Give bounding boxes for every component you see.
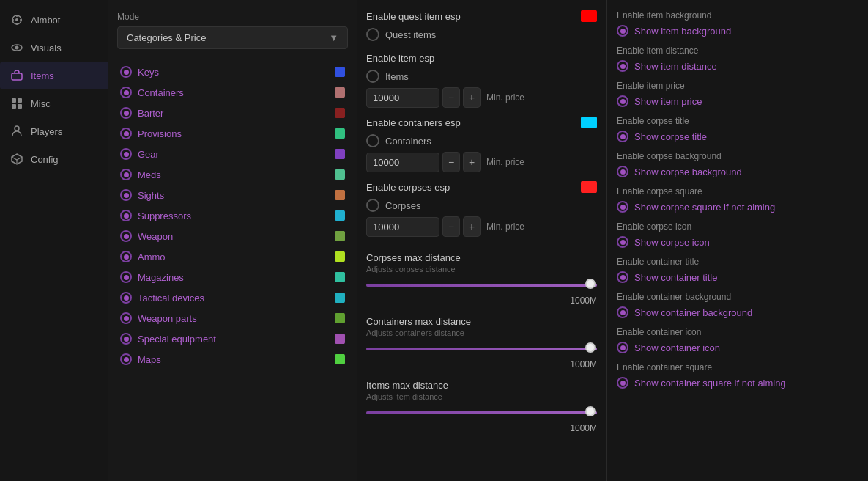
containers-distance-slider[interactable]	[366, 342, 597, 356]
category-color-swatch[interactable]	[335, 313, 345, 323]
item-toggle[interactable]	[366, 70, 379, 83]
containers-price-input[interactable]	[366, 153, 439, 172]
category-item[interactable]: Tactical devices	[117, 288, 348, 307]
category-item[interactable]: Ammo	[117, 247, 348, 266]
category-item[interactable]: Sights	[117, 186, 348, 205]
right-radio-btn[interactable]	[617, 131, 628, 142]
category-radio[interactable]	[120, 251, 132, 262]
right-radio-btn[interactable]	[617, 342, 628, 353]
item-price-input[interactable]	[366, 88, 439, 108]
containers-price-minus[interactable]: −	[442, 152, 460, 172]
category-color-swatch[interactable]	[335, 334, 345, 344]
category-label: Gear	[138, 149, 159, 160]
right-radio-btn[interactable]	[617, 306, 628, 318]
corpses-price-minus[interactable]: −	[442, 216, 460, 237]
corpses-distance-title: Corpses max distance	[366, 252, 597, 263]
category-radio[interactable]	[120, 312, 132, 324]
right-radio-btn[interactable]	[617, 271, 628, 283]
category-radio[interactable]	[120, 128, 132, 139]
category-color-swatch[interactable]	[335, 231, 345, 241]
category-radio[interactable]	[120, 353, 132, 365]
sidebar-item-players[interactable]: Players	[0, 117, 108, 145]
category-color-swatch[interactable]	[335, 354, 345, 364]
category-item[interactable]: Suppressors	[117, 206, 348, 225]
right-section-title: Enable container background	[617, 292, 858, 302]
corpses-toggle-label: Corpses	[385, 200, 420, 211]
category-item[interactable]: Barter	[117, 103, 348, 122]
item-price-minus[interactable]: −	[442, 87, 460, 108]
quest-toggle[interactable]	[366, 28, 379, 41]
category-color-swatch[interactable]	[335, 293, 345, 303]
category-radio[interactable]	[120, 87, 132, 98]
category-radio[interactable]	[120, 107, 132, 119]
corpses-price-input[interactable]	[366, 217, 439, 237]
sidebar-item-misc[interactable]: Misc	[0, 89, 108, 117]
category-radio[interactable]	[120, 230, 132, 242]
corpses-price-plus[interactable]: +	[463, 216, 481, 237]
category-radio[interactable]	[120, 210, 132, 221]
category-color-swatch[interactable]	[335, 108, 345, 118]
corpses-toggle[interactable]	[366, 199, 379, 212]
category-color-swatch[interactable]	[335, 210, 345, 221]
category-item[interactable]: Magazines	[117, 268, 348, 287]
category-radio[interactable]	[120, 292, 132, 304]
right-radio-btn[interactable]	[617, 95, 628, 107]
esp-corpses-title: Enable corpses esp	[366, 182, 450, 193]
esp-quest-color[interactable]	[581, 10, 597, 22]
mode-label: Mode	[117, 12, 348, 22]
category-radio[interactable]	[120, 189, 132, 201]
sidebar-item-items[interactable]: Items	[0, 62, 108, 89]
esp-containers-color[interactable]	[581, 117, 597, 128]
right-radio-btn[interactable]	[617, 60, 628, 72]
category-radio[interactable]	[120, 169, 132, 180]
category-color-swatch[interactable]	[335, 169, 345, 180]
sidebar-item-visuals[interactable]: Visuals	[0, 34, 108, 62]
right-radio-btn[interactable]	[617, 201, 628, 213]
category-color-swatch[interactable]	[335, 149, 345, 159]
right-radio-btn[interactable]	[617, 377, 628, 389]
items-distance-slider[interactable]	[366, 405, 597, 420]
category-item[interactable]: Weapon parts	[117, 309, 348, 328]
category-radio[interactable]	[120, 271, 132, 283]
category-item[interactable]: Weapon	[117, 227, 348, 246]
item-price-plus[interactable]: +	[463, 87, 481, 108]
sidebar-item-aimbot[interactable]: Aimbot	[0, 6, 108, 34]
category-color-swatch[interactable]	[335, 128, 345, 139]
containers-price-plus[interactable]: +	[463, 152, 481, 172]
category-color-swatch[interactable]	[335, 87, 345, 98]
category-color-swatch[interactable]	[335, 272, 345, 282]
category-item[interactable]: Maps	[117, 350, 348, 369]
category-item[interactable]: Containers	[117, 83, 348, 102]
sidebar-item-config[interactable]: Config	[0, 145, 108, 173]
category-radio[interactable]	[120, 148, 132, 160]
category-radio[interactable]	[120, 333, 132, 345]
right-radio-btn[interactable]	[617, 25, 628, 37]
containers-toggle[interactable]	[366, 134, 379, 147]
category-color-swatch[interactable]	[335, 251, 345, 262]
sidebar-label-visuals: Visuals	[31, 43, 62, 54]
category-label: Special equipment	[138, 334, 216, 345]
mode-dropdown[interactable]: Categories & Price ▼	[117, 26, 348, 49]
right-radio-btn[interactable]	[617, 166, 628, 177]
svg-point-13	[15, 126, 19, 131]
category-label: Meds	[138, 169, 161, 180]
category-item[interactable]: Special equipment	[117, 329, 348, 348]
corpses-distance-slider[interactable]	[366, 278, 597, 293]
category-item[interactable]: Provisions	[117, 124, 348, 143]
svg-rect-8	[12, 73, 22, 80]
category-color-swatch[interactable]	[335, 190, 345, 200]
category-item[interactable]: Keys	[117, 62, 348, 81]
category-item[interactable]: Meds	[117, 165, 348, 184]
eye-icon	[10, 41, 23, 54]
category-color-swatch[interactable]	[335, 67, 345, 77]
right-radio-btn[interactable]	[617, 236, 628, 248]
category-item[interactable]: Gear	[117, 144, 348, 164]
corpses-distance-value: 1000M	[366, 295, 597, 306]
esp-corpses-color[interactable]	[581, 181, 597, 193]
sidebar-label-players: Players	[31, 126, 62, 137]
containers-price-label: Min. price	[486, 157, 524, 167]
svg-rect-11	[12, 104, 16, 109]
category-radio[interactable]	[120, 66, 132, 78]
right-section: Enable container background Show contain…	[617, 292, 858, 320]
box-icon	[10, 153, 23, 166]
